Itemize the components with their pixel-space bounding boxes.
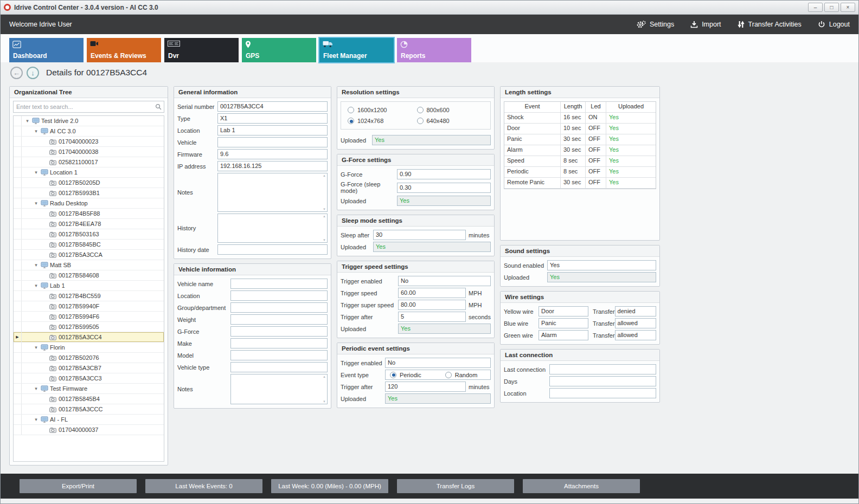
tree-item-017040000023[interactable]: 017040000023 (14, 137, 164, 147)
field-input[interactable]: Lab 1 (217, 125, 328, 135)
scroll-down-button[interactable]: ↓ (27, 67, 39, 79)
expander-icon[interactable]: ▾ (33, 128, 40, 134)
tree-item-florin[interactable]: ▾ Florin (14, 343, 164, 353)
tree-item-lab-1[interactable]: ▾ Lab 1 (14, 281, 164, 291)
tree-item-00127b599505[interactable]: 00127B599505 (14, 322, 164, 332)
field-input[interactable] (217, 244, 328, 255)
maximize-button[interactable]: □ (824, 3, 839, 12)
wire-transfer-input[interactable]: allowed (615, 318, 656, 328)
field-input[interactable] (230, 350, 328, 360)
bottom-button-last-week-events-0[interactable]: Last Week Events: 0 (145, 479, 262, 493)
field-input[interactable] (217, 214, 328, 243)
field-input[interactable] (549, 388, 656, 398)
tree-item-radu-desktop[interactable]: ▾ Radu Desktop (14, 198, 164, 209)
tree-item-00127b4eea78[interactable]: 00127B4EEA78 (14, 219, 164, 229)
field-input[interactable]: 0.90 (397, 169, 491, 179)
expander-icon[interactable]: ▾ (33, 386, 40, 391)
table-row[interactable]: Alarm 30 sec OFF Yes (504, 145, 656, 156)
field-input[interactable]: Yes (398, 324, 491, 334)
action-import[interactable]: Import (690, 21, 721, 28)
expander-icon[interactable]: ▾ (33, 201, 40, 206)
tree-item-matt-sb[interactable]: ▾ Matt SB (14, 260, 164, 270)
field-input[interactable]: 30 (373, 230, 466, 240)
field-input[interactable]: 5 (398, 312, 466, 322)
bottom-button-export-print[interactable]: Export/Print (20, 479, 137, 493)
tree-item-017040000037[interactable]: 017040000037 (14, 425, 164, 435)
wire-event-input[interactable]: Panic (539, 318, 588, 328)
tree-item-00127b5845b4[interactable]: 00127B5845B4 (14, 394, 164, 404)
action-settings[interactable]: Settings (637, 21, 674, 29)
radio-option[interactable]: 1024x768 (348, 118, 415, 124)
tree-item-00127b503163[interactable]: 00127B503163 (14, 229, 164, 240)
radio-option[interactable]: Periodic (390, 372, 421, 378)
field-input[interactable] (549, 364, 656, 374)
wire-transfer-input[interactable]: allowed (615, 330, 656, 340)
bottom-button-attachments[interactable]: Attachments (523, 479, 640, 493)
wire-event-input[interactable]: Alarm (539, 330, 588, 340)
tree-item-test-firmware[interactable]: ▾ Test Firmware (14, 384, 164, 394)
tree-item-00127b4bc559[interactable]: 00127B4BC559 (14, 291, 164, 301)
tree-item-00127b5a3cb7[interactable]: 00127B5A3CB7 (14, 363, 164, 373)
field-input[interactable]: 80.00 (398, 300, 466, 310)
expander-icon[interactable]: ▾ (33, 345, 40, 350)
tab-dvr[interactable]: Dvr (164, 38, 239, 62)
expander-icon[interactable]: ▾ (33, 262, 40, 268)
field-input[interactable] (230, 290, 328, 301)
table-row[interactable]: Speed 8 sec OFF Yes (504, 156, 656, 167)
minimize-button[interactable]: – (808, 3, 823, 12)
field-input[interactable] (230, 362, 328, 372)
field-input[interactable]: 0.30 (397, 183, 491, 193)
field-input[interactable] (230, 374, 328, 404)
table-row[interactable]: Door 10 sec OFF Yes (504, 124, 656, 134)
radio-option[interactable]: 800x600 (417, 107, 484, 113)
field-input[interactable]: Yes (373, 242, 491, 252)
field-input[interactable] (230, 326, 328, 337)
field-input[interactable] (217, 137, 328, 147)
radio-option[interactable]: 640x480 (417, 118, 484, 124)
field-input[interactable]: 120 (385, 382, 466, 392)
tab-reports[interactable]: Reports (397, 38, 471, 62)
table-row[interactable]: Remote Panic 30 sec OFF Yes (504, 178, 656, 189)
field-input[interactable]: Yes (547, 272, 656, 282)
tree-item-017040000038[interactable]: 017040000038 (14, 147, 164, 157)
tree-item-00127b5a3cc4[interactable]: ▶ 00127B5A3CC4 (14, 332, 164, 343)
tab-dashboard[interactable]: Dashboard (9, 38, 84, 62)
tree-item-test-idrive-2-0[interactable]: ▾ Test Idrive 2.0 (14, 116, 164, 126)
expander-icon[interactable]: ▾ (33, 283, 40, 288)
field-input[interactable]: Yes (372, 135, 491, 145)
expander-icon[interactable]: ▾ (24, 118, 31, 124)
field-input[interactable]: X1 (217, 113, 328, 124)
table-row[interactable]: Periodic 8 sec OFF Yes (504, 167, 656, 178)
field-input[interactable]: 00127B5A3CC4 (217, 101, 328, 112)
action-transfer-activities[interactable]: Transfer Activities (738, 21, 802, 28)
tree-item-00127b5a3cca[interactable]: 00127B5A3CCA (14, 250, 164, 260)
bottom-button-transfer-logs[interactable]: Transfer Logs (397, 479, 514, 493)
expander-icon[interactable]: ▾ (33, 170, 40, 175)
field-input[interactable]: 60.00 (398, 288, 466, 298)
tree-item-00127b4b5f88[interactable]: 00127B4B5F88 (14, 209, 164, 219)
field-input[interactable]: 9.6 (217, 149, 328, 159)
table-row[interactable]: Panic 30 sec OFF Yes (504, 134, 656, 145)
tree-item-00127b5845bc[interactable]: 00127B5845BC (14, 240, 164, 250)
tree-item-ai-cc-3-0[interactable]: ▾ AI CC 3.0 (14, 126, 164, 137)
action-logout[interactable]: Logout (818, 21, 850, 28)
tab-gps[interactable]: GPS (242, 38, 316, 62)
field-input[interactable]: No (385, 358, 491, 368)
wire-transfer-input[interactable]: denied (615, 306, 656, 316)
radio-option[interactable]: 1600x1200 (348, 107, 415, 113)
tree-item-00127b59940f[interactable]: 00127B59940F (14, 301, 164, 312)
tree-item-00127b5a3cc3[interactable]: 00127B5A3CC3 (14, 373, 164, 384)
search-icon[interactable] (155, 104, 162, 111)
field-input[interactable]: 192.168.16.125 (217, 161, 328, 171)
field-input[interactable]: Yes (397, 196, 491, 206)
field-input[interactable] (549, 376, 656, 386)
wire-event-input[interactable]: Door (539, 306, 588, 316)
tree-item-00127b5993b1[interactable]: 00127B5993B1 (14, 188, 164, 198)
tree-item-00127b50205d[interactable]: 00127B50205D (14, 178, 164, 188)
field-input[interactable] (230, 302, 328, 313)
tree-item-ai-fl[interactable]: ▾ AI - FL (14, 415, 164, 425)
tree-item-00127b584608[interactable]: 00127B584608 (14, 270, 164, 281)
field-input[interactable]: Yes (547, 260, 656, 270)
table-row[interactable]: Shock 16 sec ON Yes (504, 113, 656, 124)
radio-option[interactable]: Random (445, 372, 478, 378)
